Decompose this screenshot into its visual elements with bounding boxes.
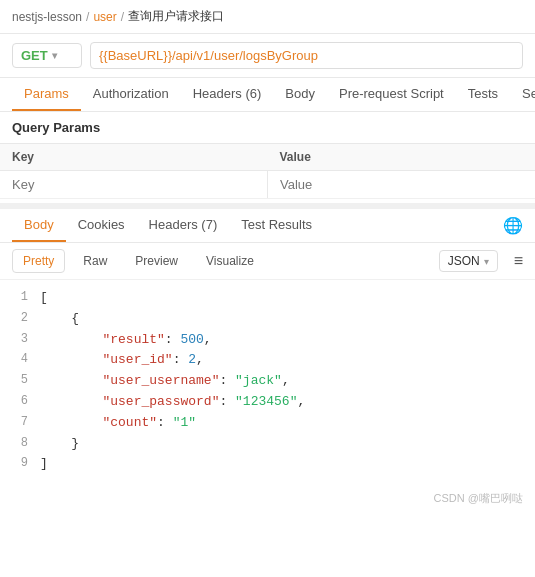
url-input[interactable] [90,42,523,69]
line-num-2: 2 [0,309,40,328]
params-table: Key Value [0,143,535,199]
col-value-header: Value [268,144,536,171]
method-chevron-icon: ▾ [52,50,57,61]
line-num-3: 3 [0,330,40,349]
format-type-select[interactable]: JSON ▾ [439,250,498,272]
json-line-1: 1 [ [0,288,535,309]
param-key-cell[interactable] [0,171,268,199]
line-num-5: 5 [0,371,40,390]
json-output: 1 [ 2 { 3 "result": 500, 4 "user_id": 2, [0,280,535,483]
url-bar: GET ▾ [0,34,535,78]
json-line-8: 8 } [0,434,535,455]
format-raw-button[interactable]: Raw [73,250,117,272]
breadcrumb: nestjs-lesson / user / 查询用户请求接口 [0,0,535,34]
tab-tests[interactable]: Tests [456,78,510,111]
json-line-5: 5 "user_username": "jack", [0,371,535,392]
format-preview-button[interactable]: Preview [125,250,188,272]
json-content-7: "count": "1" [40,413,196,434]
json-content-9: ] [40,454,48,475]
response-tabs: Body Cookies Headers (7) Test Results 🌐 [0,209,535,243]
json-line-9: 9 ] [0,454,535,475]
json-content-3: "result": 500, [40,330,212,351]
param-key-input[interactable] [12,177,255,192]
param-value-input[interactable] [280,177,523,192]
json-content-8: } [40,434,79,455]
json-line-3: 3 "result": 500, [0,330,535,351]
json-line-4: 4 "user_id": 2, [0,350,535,371]
breadcrumb-user[interactable]: user [93,10,116,24]
method-select[interactable]: GET ▾ [12,43,82,68]
line-num-1: 1 [0,288,40,307]
json-line-2: 2 { [0,309,535,330]
tab-headers[interactable]: Headers (6) [181,78,274,111]
json-content-1: [ [40,288,48,309]
format-chevron-icon: ▾ [484,256,489,267]
response-tab-cookies[interactable]: Cookies [66,209,137,242]
query-params-title: Query Params [0,112,535,143]
breadcrumb-sep2: / [121,10,124,24]
breadcrumb-sep1: / [86,10,89,24]
response-section: Body Cookies Headers (7) Test Results 🌐 … [0,203,535,483]
line-num-8: 8 [0,434,40,453]
json-line-6: 6 "user_password": "123456", [0,392,535,413]
line-num-6: 6 [0,392,40,411]
tab-params[interactable]: Params [12,78,81,111]
wrap-icon[interactable]: ≡ [514,252,523,270]
format-visualize-button[interactable]: Visualize [196,250,264,272]
request-tabs: Params Authorization Headers (6) Body Pr… [0,78,535,112]
col-key-header: Key [0,144,268,171]
line-num-7: 7 [0,413,40,432]
param-value-cell[interactable] [268,171,536,199]
breadcrumb-root[interactable]: nestjs-lesson [12,10,82,24]
response-tab-test-results[interactable]: Test Results [229,209,324,242]
format-type-label: JSON [448,254,480,268]
breadcrumb-current: 查询用户请求接口 [128,8,224,25]
line-num-4: 4 [0,350,40,369]
format-pretty-button[interactable]: Pretty [12,249,65,273]
method-label: GET [21,48,48,63]
table-row [0,171,535,199]
tab-pre-request[interactable]: Pre-request Script [327,78,456,111]
json-content-2: { [40,309,79,330]
tab-authorization[interactable]: Authorization [81,78,181,111]
response-tab-body[interactable]: Body [12,209,66,242]
line-num-9: 9 [0,454,40,473]
tab-body[interactable]: Body [273,78,327,111]
tab-settings[interactable]: Settin [510,78,535,111]
format-bar: Pretty Raw Preview Visualize JSON ▾ ≡ [0,243,535,280]
json-line-7: 7 "count": "1" [0,413,535,434]
json-content-4: "user_id": 2, [40,350,204,371]
globe-icon[interactable]: 🌐 [503,216,523,235]
response-tab-headers[interactable]: Headers (7) [137,209,230,242]
json-content-6: "user_password": "123456", [40,392,305,413]
watermark: CSDN @嘴巴咧哒 [0,483,535,514]
json-content-5: "user_username": "jack", [40,371,290,392]
